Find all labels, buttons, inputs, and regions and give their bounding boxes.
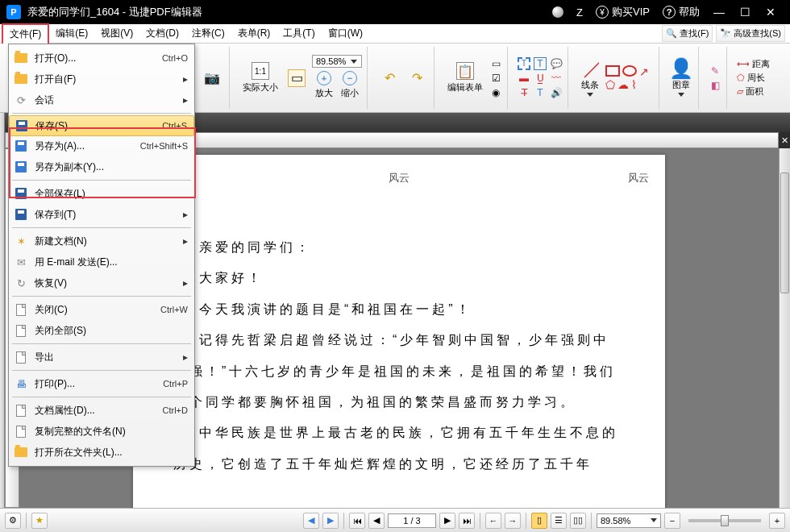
sb-zoom-combo[interactable]: 89.58% (597, 513, 661, 528)
svg-line-0 (584, 60, 599, 77)
menu-file[interactable]: 文件(F) (2, 23, 49, 44)
menu-save-to[interactable]: 保存到(T)▸ (9, 204, 194, 225)
document-body: 亲爱的同学们： 大家好！ 今天我演讲的题目是“和祖国在一起”！ 记得先哲梁启超曾… (173, 232, 625, 480)
underline-tool-icon[interactable]: U̲ (534, 72, 547, 85)
menu-session[interactable]: ⟳会话▸ (9, 89, 194, 110)
advanced-find-button[interactable]: 🔭高级查找(S) (716, 25, 785, 42)
form-check-icon[interactable]: ☑ (489, 72, 502, 85)
menu-print[interactable]: 🖶打印(P)...Ctrl+P (9, 373, 194, 394)
polygon-shape-icon[interactable]: ⬠ (605, 78, 615, 91)
menu-save-as[interactable]: 另存为(A)...Ctrl+Shift+S (9, 135, 194, 156)
actual-size-button[interactable]: 1:1实际大小 (239, 60, 281, 95)
menu-open-folder[interactable]: 打开所在文件夹(L)... (9, 442, 194, 463)
sb-next-bookmark[interactable]: ▶ (322, 513, 339, 529)
menubar: 文件(F) 编辑(E) 视图(V) 文档(D) 注释(C) 表单(R) 工具(T… (0, 24, 790, 44)
sb-zoom-out[interactable]: − (664, 513, 680, 529)
menu-open[interactable]: 打开(O)...Ctrl+O (9, 48, 194, 69)
oval-shape-icon[interactable] (622, 65, 637, 77)
sb-bookmark-button[interactable]: ★ (31, 513, 48, 529)
app-icon: P (6, 5, 21, 19)
highlight-tool-icon[interactable]: ▬ (518, 72, 530, 85)
perimeter-tool[interactable]: ⬠周长 (737, 72, 765, 84)
callout-tool-icon[interactable]: 💬 (550, 57, 563, 70)
distance-tool[interactable]: ⟷距离 (737, 58, 770, 70)
menu-copy-filename[interactable]: 复制完整的文件名(N) (9, 421, 194, 442)
globe-icon[interactable] (552, 6, 563, 18)
sb-options-button[interactable]: ⚙ (5, 513, 21, 529)
strike-tool-icon[interactable]: T̶ (518, 86, 530, 99)
sb-first-page[interactable]: ⏮ (349, 513, 365, 529)
arrow-shape-icon[interactable]: ↗ (639, 65, 654, 77)
menu-new-doc[interactable]: ✶新建文档(N)▸ (9, 231, 194, 251)
line-tool-button[interactable]: 线条 (578, 58, 602, 98)
sb-prev-page[interactable]: ◀ (368, 513, 385, 529)
menu-restore[interactable]: ↻恢复(V)▸ (9, 272, 194, 293)
menu-doc-properties[interactable]: 文档属性(D)...Ctrl+D (9, 400, 194, 421)
watermark: 风云 (389, 171, 410, 185)
minimize-button[interactable]: — (706, 6, 732, 19)
maximize-button[interactable]: ☐ (732, 6, 758, 19)
menu-tool[interactable]: 工具(T) (276, 24, 321, 43)
menu-document[interactable]: 文档(D) (139, 24, 185, 43)
stamp-button[interactable]: 👤图章 (669, 58, 693, 98)
user-letter[interactable]: Z (576, 6, 583, 19)
page-close-button[interactable]: ✕ (779, 132, 790, 148)
sb-single-page[interactable]: ▯ (531, 513, 547, 529)
form-field-icon[interactable]: ▭ (489, 57, 502, 70)
menu-close-all[interactable]: 关闭全部(S) (9, 320, 194, 341)
rotate-left-button[interactable]: ↶ (377, 68, 401, 89)
replace-tool-icon[interactable]: T (534, 86, 547, 99)
cloud-shape-icon[interactable]: ☁ (617, 78, 629, 91)
statusbar: ⚙ ★ ◀ ▶ ⏮ ◀ 1 / 3 ▶ ⏭ ← → ▯ ☰ ▯▯ 89.58% … (0, 508, 790, 532)
sb-prev-bookmark[interactable]: ◀ (303, 513, 319, 529)
text-tool-icon[interactable]: T (518, 57, 530, 70)
edit-form-button[interactable]: 📋编辑表单 (444, 60, 486, 95)
sound-tool-icon[interactable]: 🔊 (550, 86, 563, 99)
close-button[interactable]: ✕ (758, 6, 784, 19)
menu-comment[interactable]: 注释(C) (185, 24, 231, 43)
rect-shape-icon[interactable] (605, 65, 620, 77)
menu-close[interactable]: 关闭(C)Ctrl+W (9, 299, 194, 320)
vertical-scrollbar[interactable] (779, 148, 790, 508)
find-button[interactable]: 🔍查找(F) (662, 25, 713, 42)
menu-export[interactable]: 导出▸ (9, 347, 194, 368)
menu-form[interactable]: 表单(R) (231, 24, 277, 43)
rotate-right-button[interactable]: ↷ (405, 68, 429, 89)
watermark: 风云 (628, 171, 649, 185)
squiggly-tool-icon[interactable]: 〰 (550, 72, 563, 85)
window-title: 亲爱的同学们_1604 - 迅捷PDF编辑器 (27, 5, 202, 19)
sb-facing[interactable]: ▯▯ (570, 513, 586, 529)
buy-vip-button[interactable]: ¥购买VIP (596, 5, 650, 19)
area-tool[interactable]: ▱面积 (737, 85, 763, 98)
menu-open-from[interactable]: 打开自(F)▸ (9, 69, 194, 89)
menu-save[interactable]: 保存(S)Ctrl+S (9, 115, 194, 136)
snapshot-button[interactable]: 📷 (200, 68, 224, 89)
menu-email[interactable]: ✉用 E-mail 发送(E)... (9, 251, 194, 272)
sb-continuous[interactable]: ☰ (551, 513, 567, 529)
sb-zoom-in[interactable]: + (769, 513, 785, 529)
sb-nav-fwd[interactable]: → (505, 513, 521, 529)
form-radio-icon[interactable]: ◉ (489, 86, 502, 99)
eraser-tool-icon[interactable]: ◧ (709, 79, 721, 92)
menu-save-copy[interactable]: 另存为副本(Y)... (9, 156, 194, 177)
pencil-tool-icon[interactable]: ✎ (709, 64, 721, 77)
polyline-shape-icon[interactable]: ⌇ (631, 78, 637, 91)
help-button[interactable]: ?帮助 (663, 5, 700, 19)
sb-page-indicator[interactable]: 1 / 3 (388, 513, 436, 528)
file-menu-dropdown: 打开(O)...Ctrl+O 打开自(F)▸ ⟳会话▸ 保存(S)Ctrl+S … (8, 44, 195, 467)
menu-view[interactable]: 视图(V) (94, 24, 139, 43)
zoom-combo[interactable]: 89.58% (312, 55, 362, 68)
sb-nav-back[interactable]: ← (485, 513, 501, 529)
titlebar: P 亲爱的同学们_1604 - 迅捷PDF编辑器 Z ¥购买VIP ?帮助 — … (0, 0, 790, 24)
menu-edit[interactable]: 编辑(E) (49, 24, 94, 43)
pdf-page: 风云 风云 风云 亲爱的同学们： 大家好！ 今天我演讲的题目是“和祖国在一起”！… (133, 155, 665, 508)
sb-next-page[interactable]: ▶ (439, 513, 455, 529)
sb-zoom-slider[interactable] (688, 519, 761, 522)
zoom-out-button[interactable]: −缩小 (338, 69, 362, 101)
menu-save-all[interactable]: 全部保存(L) (9, 183, 194, 204)
zoom-in-button[interactable]: +放大 (312, 69, 336, 101)
fit-page-button[interactable]: ▭ (285, 68, 309, 89)
textbox-tool-icon[interactable]: T (534, 57, 547, 70)
sb-last-page[interactable]: ⏭ (459, 513, 475, 529)
menu-window[interactable]: 窗口(W) (322, 24, 369, 43)
